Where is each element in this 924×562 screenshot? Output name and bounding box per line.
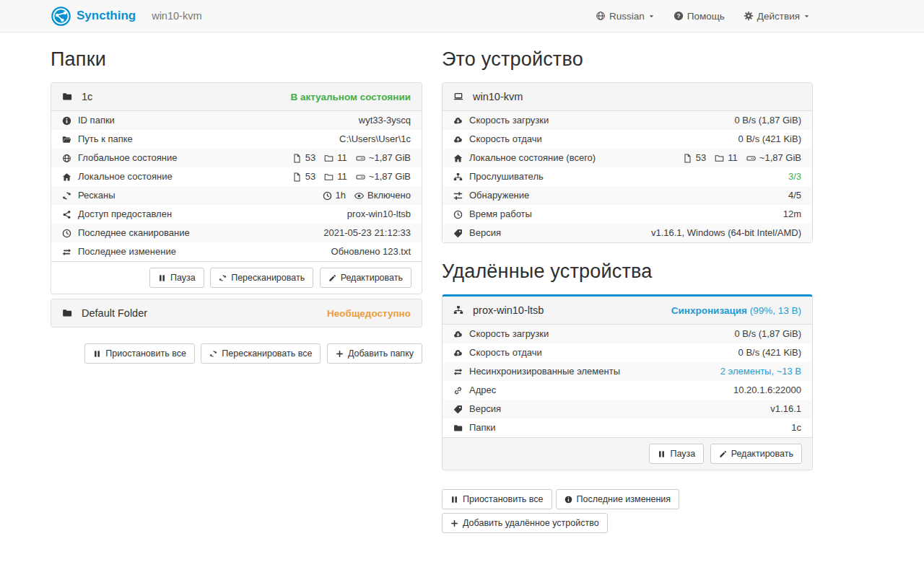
recent-changes-button[interactable]: Последние изменения — [556, 489, 680, 509]
table-row: Локальное состояние (всего) 53 11 ~1,87 … — [443, 149, 812, 167]
row-value: 3/3 — [788, 170, 801, 183]
folder-panel-default: Default Folder Необщедоступно — [51, 299, 422, 328]
folders-heading: Папки — [51, 48, 422, 71]
row-value: 0 B/s (421 KiB) — [738, 133, 801, 146]
row-value: v1.16.1 — [770, 403, 801, 416]
row-label: Путь к папке — [78, 133, 133, 146]
row-value: Обновлено 123.txt — [331, 245, 411, 258]
devices-global-actions: Приостановить все Последние изменения До… — [442, 489, 752, 533]
home-icon — [62, 172, 71, 182]
pause-all-folders-button[interactable]: Приостановить все — [84, 343, 195, 364]
folder-1c-header[interactable]: 1c В актуальном состоянии — [51, 83, 422, 110]
clock-icon — [453, 210, 463, 219]
share-icon — [62, 210, 71, 219]
row-value: v1.16.1, Windows (64-bit Intel/AMD) — [651, 227, 801, 240]
device-name: prox-win10-ltsb — [473, 304, 544, 316]
row-label: Версия — [469, 227, 501, 240]
add-folder-button[interactable]: Добавить папку — [327, 343, 422, 364]
row-label: Версия — [469, 403, 501, 416]
actions-menu[interactable]: Действия — [744, 11, 810, 22]
row-value: 2021-05-23 21:12:33 — [323, 227, 411, 240]
row-label: Локальное состояние (всего) — [469, 152, 596, 164]
sliders-icon — [453, 191, 463, 201]
row-label: ID папки — [78, 114, 115, 127]
help-label: Помощь — [687, 11, 725, 22]
add-remote-device-button[interactable]: Добавить удалённое устройство — [442, 513, 608, 533]
pencil-icon — [719, 450, 727, 458]
folder-panel-1c: 1c В актуальном состоянии ID папки wyt33… — [51, 82, 422, 294]
folder-open-icon — [62, 135, 71, 144]
file-icon — [292, 154, 302, 163]
language-menu[interactable]: Russian — [596, 11, 655, 22]
info-circle-icon — [62, 116, 71, 126]
tag-icon — [453, 405, 463, 414]
plus-icon — [336, 350, 344, 358]
rescan-all-button[interactable]: Пересканировать все — [201, 343, 321, 364]
pause-device-button[interactable]: Пауза — [649, 444, 704, 464]
syncthing-brand[interactable]: Syncthing — [51, 6, 136, 27]
row-label: Последнее сканирование — [78, 227, 190, 240]
language-label: Russian — [609, 11, 645, 22]
table-row: Скорость загрузки 0 B/s (1,87 GiB) — [443, 325, 812, 343]
clock-icon — [323, 191, 332, 201]
row-value: 4/5 — [788, 189, 801, 202]
refresh-icon — [62, 191, 71, 201]
folder-name: Default Folder — [82, 307, 147, 319]
gear-icon — [744, 11, 754, 21]
help-menu[interactable]: Помощь — [674, 11, 725, 22]
this-device-panel: win10-kvm Скорость загрузки 0 B/s (1,87 … — [442, 82, 813, 243]
pause-icon — [158, 274, 166, 282]
rescan-button[interactable]: Пересканировать — [210, 268, 313, 288]
actions-label: Действия — [757, 11, 800, 22]
folder-default-header[interactable]: Default Folder Необщедоступно — [51, 299, 422, 327]
table-row: Доступ предоставлен prox-win10-ltsb — [51, 205, 422, 224]
table-row: Скорость отдачи 0 B/s (421 KiB) — [443, 343, 812, 362]
pause-all-devices-button[interactable]: Приостановить все — [442, 489, 552, 509]
edit-device-button[interactable]: Редактировать — [710, 444, 802, 464]
info-circle-icon — [565, 496, 572, 504]
table-row: Скорость отдачи 0 B/s (421 KiB) — [443, 130, 812, 149]
row-value: 53 11 ~1,87 GiB — [683, 152, 801, 164]
table-row: Версия v1.16.1 — [443, 400, 812, 418]
folders-global-actions: Приостановить все Пересканировать все До… — [51, 343, 422, 364]
row-label: Доступ предоставлен — [78, 208, 172, 221]
folder-icon — [62, 308, 72, 318]
row-label: Время работы — [469, 208, 532, 221]
table-row: Время работы 12m — [443, 205, 812, 224]
device-status-badge: Синхронизация (99%, 13 B) — [671, 305, 801, 316]
file-icon — [683, 154, 692, 163]
clock-icon — [62, 229, 71, 238]
syncthing-logo-icon — [51, 6, 71, 27]
row-label: Обнаружение — [469, 189, 529, 202]
folder-icon — [62, 92, 72, 102]
globe-icon — [62, 154, 71, 163]
cloud-upload-icon — [453, 348, 463, 358]
table-row: Последнее сканирование 2021-05-23 21:12:… — [51, 224, 422, 242]
row-value: 53 11 ~1,87 GiB — [292, 152, 411, 164]
row-label: Локальное состояние — [78, 170, 173, 183]
row-label: Скорость отдачи — [469, 133, 542, 146]
table-row: Локальное состояние 53 11 ~1,87 GiB — [51, 167, 422, 186]
pause-icon — [93, 350, 101, 358]
table-row: ID папки wyt33-3yscq — [51, 111, 422, 130]
exchange-icon — [453, 367, 463, 377]
row-label: Глобальное состояние — [78, 152, 177, 164]
edit-button[interactable]: Редактировать — [320, 268, 411, 288]
chevron-down-icon — [803, 13, 810, 19]
row-value: prox-win10-ltsb — [347, 208, 411, 221]
hdd-icon — [356, 172, 365, 182]
row-label: Прослушиватель — [469, 170, 544, 183]
navbar: Syncthing win10-kvm Russian Помощь Дейст… — [0, 0, 924, 32]
remote-device-header[interactable]: prox-win10-ltsb Синхронизация (99%, 13 B… — [443, 297, 812, 324]
table-row: Последнее изменение Обновлено 123.txt — [51, 242, 422, 261]
globe-icon — [596, 11, 606, 21]
pause-button[interactable]: Пауза — [149, 268, 204, 288]
table-row: Путь к папке C:\Users\User\1c — [51, 130, 422, 149]
folder-outline-icon — [324, 154, 334, 163]
table-row: Адрес 10.20.1.6:22000 — [443, 381, 812, 400]
remote-device-actions-row: Пауза Редактировать — [443, 437, 812, 470]
refresh-icon — [209, 350, 217, 358]
this-device-header[interactable]: win10-kvm — [443, 83, 812, 110]
chevron-down-icon — [648, 13, 655, 19]
out-of-sync-items-link[interactable]: 2 элементы, ~13 B — [720, 365, 801, 378]
